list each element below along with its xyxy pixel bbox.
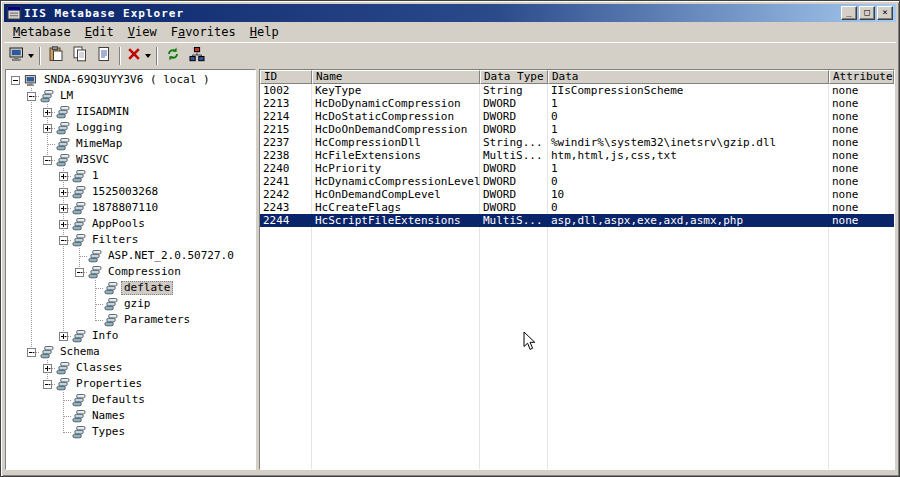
copy-button[interactable] xyxy=(68,45,92,67)
cell-name: HcCompressionDll xyxy=(312,136,480,149)
tree-item-label: 1878807110 xyxy=(89,201,161,215)
cell-name: HcDoOnDemandCompression xyxy=(312,123,480,136)
tree-indent-guide xyxy=(8,424,24,440)
table-row[interactable]: 2214HcDoStaticCompressionDWORD0none xyxy=(260,110,894,123)
tree-item-properties[interactable]: Properties xyxy=(8,376,255,392)
dropdown-arrow-icon[interactable] xyxy=(145,54,151,58)
tree-item-apppools[interactable]: AppPools xyxy=(8,216,255,232)
tree-connector xyxy=(72,248,88,264)
table-row[interactable]: 2244HcScriptFileExtensionsMultiS...asp,d… xyxy=(260,214,894,227)
table-row[interactable]: 2213HcDoDynamicCompressionDWORD1none xyxy=(260,97,894,110)
tree-item-asp-net-2-0-50727-0[interactable]: ASP.NET_2.0.50727.0 xyxy=(8,248,255,264)
column-header-data[interactable]: Data xyxy=(548,70,829,84)
table-row[interactable]: 2237HcCompressionDllString...%windir%\sy… xyxy=(260,136,894,149)
title-bar[interactable]: IIS Metabase Explorer _ □ × xyxy=(4,4,896,22)
cell-attributes: none xyxy=(829,162,894,175)
cell-name: HcPriority xyxy=(312,162,480,175)
cell-data: IIsCompressionScheme xyxy=(548,84,829,97)
maximize-button[interactable]: □ xyxy=(859,6,875,20)
tree-item-snda-69q3uyy3v6-local-[interactable]: SNDA-69Q3UYY3V6 ( local ) xyxy=(8,72,255,88)
table-row[interactable]: 2238HcFileExtensionsMultiS...htm,html,js… xyxy=(260,149,894,162)
table-row[interactable]: 1002KeyTypeStringIIsCompressionSchemenon… xyxy=(260,84,894,97)
tree-item-compression[interactable]: Compression xyxy=(8,264,255,280)
tree-item-schema[interactable]: Schema xyxy=(8,344,255,360)
tree-item-label: Schema xyxy=(57,345,103,359)
duplicate-button[interactable] xyxy=(92,45,116,67)
tree-item-mimemap[interactable]: MimeMap xyxy=(8,136,255,152)
tree-item-deflate[interactable]: deflate xyxy=(8,280,255,296)
tree-item-filters[interactable]: Filters xyxy=(8,232,255,248)
tree-item-1[interactable]: 1 xyxy=(8,168,255,184)
collapse-icon[interactable] xyxy=(43,380,52,389)
tree-item-lm[interactable]: LM xyxy=(8,88,255,104)
tree-indent-guide xyxy=(8,392,24,408)
tree-connector xyxy=(24,344,40,360)
tree-item-logging[interactable]: Logging xyxy=(8,120,255,136)
network-button[interactable] xyxy=(185,45,209,67)
tree-indent-guide xyxy=(24,136,40,152)
column-header-name[interactable]: Name xyxy=(312,70,480,84)
tree-item-defaults[interactable]: Defaults xyxy=(8,392,255,408)
menu-metabase[interactable]: Metabase xyxy=(6,23,78,41)
keys-icon xyxy=(56,377,73,391)
menu-view[interactable]: View xyxy=(121,23,164,41)
tree-item-classes[interactable]: Classes xyxy=(8,360,255,376)
expand-icon[interactable] xyxy=(43,364,52,373)
tree-item-1525003268[interactable]: 1525003268 xyxy=(8,184,255,200)
minimize-button[interactable]: _ xyxy=(841,6,857,20)
tree-connector xyxy=(56,184,72,200)
close-button[interactable]: × xyxy=(877,6,893,20)
column-header-id[interactable]: ID xyxy=(260,70,312,84)
cell-data: 0 xyxy=(548,175,829,188)
keys-icon xyxy=(56,153,73,167)
expand-icon[interactable] xyxy=(59,332,68,341)
table-row[interactable]: 2241HcDynamicCompressionLevelDWORD0none xyxy=(260,175,894,188)
expand-icon[interactable] xyxy=(59,172,68,181)
expand-icon[interactable] xyxy=(43,124,52,133)
tree-item-types[interactable]: Types xyxy=(8,424,255,440)
refresh-button[interactable] xyxy=(161,45,185,67)
tree-indent-guide xyxy=(8,408,24,424)
expand-icon[interactable] xyxy=(59,188,68,197)
collapse-icon[interactable] xyxy=(75,268,84,277)
table-row[interactable]: 2215HcDoOnDemandCompressionDWORD1none xyxy=(260,123,894,136)
connect-button[interactable] xyxy=(7,45,36,67)
table-row[interactable]: 2243HcCreateFlagsDWORD0none xyxy=(260,201,894,214)
tree-item-w3svc[interactable]: W3SVC xyxy=(8,152,255,168)
tree-item-iisadmin[interactable]: IISADMIN xyxy=(8,104,255,120)
tree-indent-guide xyxy=(8,312,24,328)
collapse-icon[interactable] xyxy=(59,236,68,245)
table-row[interactable]: 2242HcOnDemandCompLevelDWORD10none xyxy=(260,188,894,201)
menu-edit[interactable]: Edit xyxy=(78,23,121,41)
delete-button[interactable] xyxy=(124,45,153,67)
paste-button[interactable] xyxy=(44,45,68,67)
dropdown-arrow-icon[interactable] xyxy=(28,54,34,58)
expand-icon[interactable] xyxy=(59,204,68,213)
cell-id: 2238 xyxy=(260,149,312,162)
app-window: IIS Metabase Explorer _ □ × MetabaseEdit… xyxy=(0,0,900,477)
tree-connector xyxy=(88,312,104,328)
collapse-icon[interactable] xyxy=(11,76,20,85)
cell-data-type: DWORD xyxy=(480,162,548,175)
cell-data-type: String... xyxy=(480,136,548,149)
menu-favorites[interactable]: Favorites xyxy=(164,23,243,41)
tree-indent-guide xyxy=(8,360,24,376)
expand-icon[interactable] xyxy=(59,220,68,229)
collapse-icon[interactable] xyxy=(27,92,36,101)
expand-icon[interactable] xyxy=(43,108,52,117)
tree-item-parameters[interactable]: Parameters xyxy=(8,312,255,328)
tree-item-1878807110[interactable]: 1878807110 xyxy=(8,200,255,216)
table-row[interactable]: 2240HcPriorityDWORD1none xyxy=(260,162,894,175)
column-header-attributes[interactable]: Attributes xyxy=(829,70,894,84)
collapse-icon[interactable] xyxy=(43,156,52,165)
collapse-icon[interactable] xyxy=(27,348,36,357)
tree-item-info[interactable]: Info xyxy=(8,328,255,344)
tree-item-label: 1525003268 xyxy=(89,185,161,199)
tree-item-gzip[interactable]: gzip xyxy=(8,296,255,312)
cell-data: 1 xyxy=(548,123,829,136)
menu-help[interactable]: Help xyxy=(243,23,286,41)
tree-item-names[interactable]: Names xyxy=(8,408,255,424)
column-header-data-type[interactable]: Data Type xyxy=(480,70,548,84)
tree-indent-guide xyxy=(56,280,72,296)
tree-connector xyxy=(40,360,56,376)
